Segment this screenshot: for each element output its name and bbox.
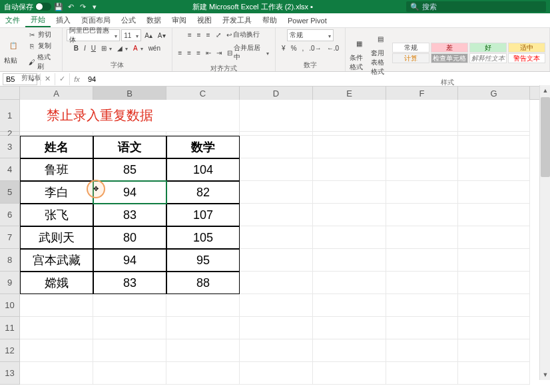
cell-name[interactable]: 鲁班 [20,158,93,181]
italic-button[interactable]: I [82,44,88,53]
indent-inc-button[interactable]: ⇥ [214,49,224,57]
cell[interactable] [313,204,386,226]
cell[interactable] [313,181,386,204]
cell[interactable] [313,226,386,249]
cell[interactable] [458,339,530,362]
col-header-C[interactable]: C [166,87,240,100]
wrap-text-button[interactable]: ↩自动换行 [224,29,262,40]
cell[interactable] [458,181,530,204]
cell[interactable] [93,362,166,385]
percent-button[interactable]: % [289,44,299,53]
cell[interactable] [20,294,93,317]
cell[interactable] [386,272,458,294]
col-header-B[interactable]: B [93,87,166,100]
cell-chinese[interactable]: 85 [93,158,166,181]
cell-name[interactable]: 李白 [20,181,93,204]
cell[interactable] [240,294,313,317]
currency-button[interactable]: ¥ [280,44,288,53]
row-header-11[interactable]: 11 [0,317,20,339]
style-explain[interactable]: 解释性文本 [469,53,507,63]
row-header-13[interactable]: 13 [0,362,20,385]
cell[interactable] [20,339,93,362]
cell[interactable] [313,317,386,339]
cut-button[interactable]: ✂剪切 [25,29,58,40]
underline-button[interactable]: U [89,44,98,53]
row-header-8[interactable]: 8 [0,249,20,272]
qat-dropdown-icon[interactable]: ▾ [90,2,99,11]
header-name[interactable]: 姓名 [20,136,93,158]
cell[interactable] [240,136,313,158]
autosave-toggle[interactable]: 自动保存 [4,2,51,12]
cell[interactable] [20,317,93,339]
search-box[interactable]: 🔍 搜索 [406,1,546,12]
cell[interactable] [458,226,530,249]
cell[interactable] [386,339,458,362]
style-neutral[interactable]: 适中 [508,43,545,53]
cell[interactable] [386,249,458,272]
cell[interactable] [386,204,458,226]
cell[interactable] [386,226,458,249]
cell-chinese[interactable]: 83 [93,204,166,226]
align-bottom-button[interactable]: ≡ [204,31,212,39]
cell-math[interactable]: 107 [166,204,240,226]
align-top-button[interactable]: ≡ [186,31,194,39]
scroll-down-icon[interactable]: ▼ [540,369,550,380]
cell[interactable] [386,294,458,317]
bold-button[interactable]: B [72,44,81,53]
cell-chinese[interactable]: 83 [93,272,166,294]
comma-button[interactable]: , [300,44,306,53]
cell[interactable] [93,339,166,362]
align-middle-button[interactable]: ≡ [195,31,203,39]
cell[interactable] [166,317,240,339]
orientation-button[interactable]: ⤢ [214,31,223,39]
cell-math[interactable]: 105 [166,226,240,249]
cell-name[interactable]: 宫本武藏 [20,249,93,272]
fill-color-button[interactable]: ◢ [115,44,130,53]
cell-math[interactable]: 82 [166,181,240,204]
number-format-select[interactable]: 常规 [287,29,334,41]
col-header-E[interactable]: E [313,87,386,100]
increase-font-button[interactable]: A▴ [142,31,154,40]
indent-dec-button[interactable]: ⇤ [204,49,213,57]
cell[interactable] [240,272,313,294]
cell-chinese[interactable]: 94 [93,181,166,204]
undo-icon[interactable]: ↶ [66,2,75,11]
font-name-select[interactable]: 阿里巴巴普惠体 [67,29,120,41]
title-cell[interactable]: 禁止录入重复数据 [20,100,240,132]
tab-insert[interactable]: 插入 [51,13,76,27]
align-left-button[interactable]: ≡ [176,49,184,57]
style-normal[interactable]: 常规 [392,43,429,53]
cell[interactable] [458,100,530,132]
align-center-button[interactable]: ≡ [185,49,193,57]
tab-data[interactable]: 数据 [141,13,166,27]
cell[interactable] [93,317,166,339]
border-button[interactable]: ⊞ [99,44,114,53]
cell[interactable] [458,136,530,158]
scroll-thumb[interactable] [541,97,550,177]
confirm-edit-button[interactable]: ✓ [55,73,69,85]
align-right-button[interactable]: ≡ [194,49,202,57]
fx-button[interactable]: fx [69,73,84,85]
font-color-button[interactable]: A [131,44,145,53]
tab-file[interactable]: 文件 [0,13,25,27]
header-math[interactable]: 数学 [166,136,240,158]
cell[interactable] [386,362,458,385]
tab-review[interactable]: 审阅 [166,13,192,27]
col-header-D[interactable]: D [240,87,313,100]
cell[interactable] [313,100,386,132]
cell[interactable] [313,136,386,158]
cell[interactable] [458,204,530,226]
decrease-font-button[interactable]: A▾ [156,31,168,40]
copy-button[interactable]: ⎘复制 [25,41,58,51]
redo-icon[interactable]: ↷ [78,2,87,11]
save-icon[interactable]: 💾 [54,2,63,11]
cell[interactable] [386,100,458,132]
tab-layout[interactable]: 页面布局 [76,13,116,27]
font-size-select[interactable]: 11 [121,29,141,41]
format-painter-button[interactable]: 🖌格式刷 [25,52,58,72]
cell[interactable] [313,339,386,362]
tab-home[interactable]: 开始 [25,13,51,27]
cell[interactable] [166,294,240,317]
cell[interactable] [313,158,386,181]
cell[interactable] [458,294,530,317]
